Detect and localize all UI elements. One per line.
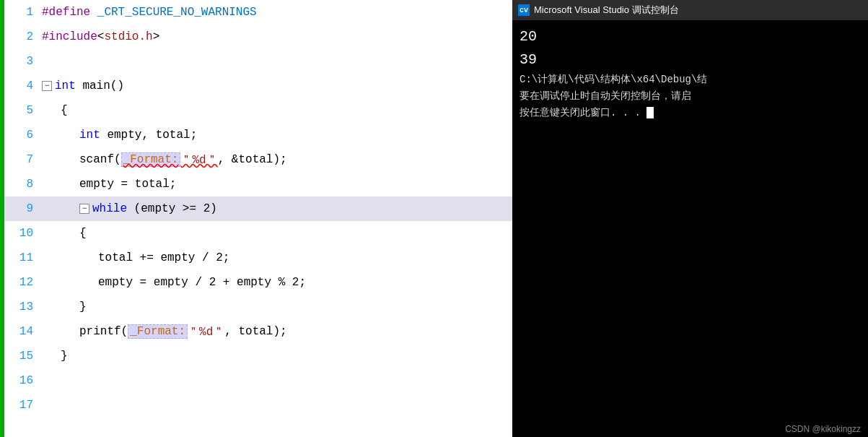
line-numbers: 1234567891011121314151617 [4,0,39,437]
code-line [39,49,512,74]
line-number: 13 [4,295,39,319]
preprocessor-token: #include [42,30,97,43]
line-number: 5 [4,98,39,123]
collapse-icon[interactable]: − [79,204,89,214]
normal-token: empty = total; [79,178,176,191]
line-number: 2 [4,25,39,49]
console-line: 39 [520,49,861,71]
code-line: { [39,221,512,246]
keyword-token: while [92,202,127,215]
keyword-token: int [55,79,76,92]
normal-token: } [61,350,68,363]
keyword-token: int [79,129,100,142]
line-number: 1 [4,0,39,25]
code-line [39,393,512,417]
collapse-icon[interactable]: − [42,81,52,91]
line-number: 14 [4,319,39,344]
console-line: 20 [520,26,861,48]
normal-token: < [97,30,105,43]
macro-token: _CRT_SECURE_NO_WARNINGS [97,6,257,19]
code-line: −while (empty >= 2) [39,196,512,221]
code-area: #define _CRT_SECURE_NO_WARNINGS#include<… [39,0,512,437]
code-panel: 1234567891011121314151617 #define _CRT_S… [0,0,512,437]
code-line: } [39,295,512,319]
line-number: 8 [4,172,39,196]
normal-token: scanf( [79,153,121,166]
normal-token: empty, total; [100,129,197,142]
string2-token: ＂%d＂ [188,324,224,339]
line-number: 12 [4,270,39,295]
format-token: _Format: [121,152,181,167]
normal-token: printf( [79,325,128,338]
console-titlebar: cv Microsoft Visual Studio 调试控制台 [512,0,868,20]
line-number: 11 [4,246,39,270]
line-number: 16 [4,368,39,393]
normal-token: { [79,227,87,240]
code-line: printf(_Format:＂%d＂, total); [39,319,512,344]
normal-token: } [79,300,87,313]
code-line: int empty, total; [39,123,512,147]
line-number: 3 [4,49,39,74]
code-line: −int main() [39,74,512,98]
cursor-blink [646,107,654,118]
console-line: 要在调试停止时自动关闭控制台，请启 [520,89,861,104]
normal-token: , &total); [218,153,287,166]
line-number: 17 [4,393,39,417]
console-panel: cv Microsoft Visual Studio 调试控制台 2039C:\… [512,0,868,437]
line-number: 4 [4,74,39,98]
normal-token: empty = empty / 2 + empty % 2; [98,276,306,289]
normal-token: (empty >= 2) [127,202,217,215]
line-number: 9 [4,196,39,221]
format-token: _Format: [128,324,188,339]
string2-token: ＂%d＂ [180,152,217,168]
normal-token: , total); [224,325,286,338]
console-body: 2039C:\计算机\代码\结构体\x64\Debug\结要在调试停止时自动关闭… [512,20,868,421]
line-number: 7 [4,147,39,172]
console-line: C:\计算机\代码\结构体\x64\Debug\结 [520,72,861,87]
console-footer: CSDN @kikokingzz [512,421,868,437]
code-line [39,368,512,393]
console-line: 按任意键关闭此窗口. . . [520,105,861,121]
code-line: { [39,98,512,123]
line-number: 6 [4,123,39,147]
code-line: } [39,344,512,368]
code-line: #include<stdio.h> [39,25,512,49]
console-icon: cv [518,4,530,16]
preprocessor-token: #define [42,6,97,19]
console-title: Microsoft Visual Studio 调试控制台 [534,4,679,17]
code-line: scanf(_Format:＂%d＂, &total); [39,147,512,172]
line-number: 10 [4,221,39,246]
normal-token: main() [76,79,124,92]
code-line: empty = total; [39,172,512,196]
normal-token: { [61,104,68,117]
string-token: stdio.h [104,30,152,43]
console-footer-text: CSDN @kikokingzz [785,424,861,434]
normal-token: > [153,30,160,43]
line-number: 15 [4,344,39,368]
code-line: total += empty / 2; [39,246,512,270]
code-line: empty = empty / 2 + empty % 2; [39,270,512,295]
code-line: #define _CRT_SECURE_NO_WARNINGS [39,0,512,25]
normal-token: total += empty / 2; [98,251,229,264]
